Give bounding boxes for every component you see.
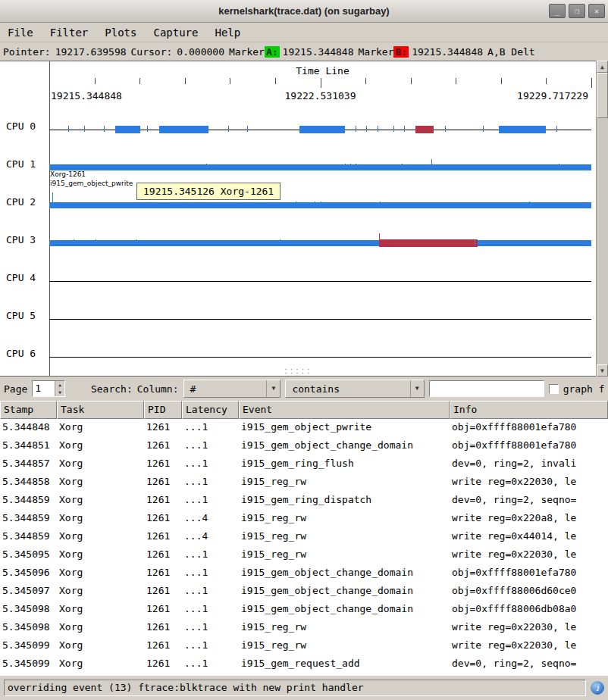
table-row[interactable]: 5.344857Xorg1261...1i915_gem_ring_flushd… xyxy=(0,455,608,473)
column-header-stamp[interactable]: Stamp xyxy=(0,401,57,419)
cpu-plot-5[interactable] xyxy=(49,292,591,330)
menu-capture[interactable]: Capture xyxy=(152,25,199,40)
search-input[interactable] xyxy=(429,380,544,397)
column-select-value: # xyxy=(184,383,267,395)
cpu-plot-4[interactable] xyxy=(49,255,591,292)
event-tick[interactable] xyxy=(315,202,315,208)
event-tick[interactable] xyxy=(402,164,403,170)
event-tick[interactable] xyxy=(559,164,559,170)
column-header-task[interactable]: Task xyxy=(57,401,144,419)
spin-down-icon[interactable]: ▼ xyxy=(55,389,64,396)
close-icon[interactable]: ✕ xyxy=(588,4,605,18)
event-tick[interactable] xyxy=(84,126,85,132)
page-value[interactable]: 1 xyxy=(33,381,55,396)
spin-up-icon[interactable]: ▲ xyxy=(55,381,64,389)
marker-a-badge[interactable]: A: xyxy=(265,46,280,58)
match-select[interactable]: contains ▼ xyxy=(285,380,424,398)
task-bar[interactable] xyxy=(159,126,208,133)
spinner-arrows[interactable]: ▲ ▼ xyxy=(55,381,64,396)
event-tick[interactable] xyxy=(206,164,207,170)
table-row[interactable]: 5.345096Xorg1261...1i915_gem_object_chan… xyxy=(0,564,608,583)
event-tick[interactable] xyxy=(431,159,432,170)
task-bar[interactable] xyxy=(299,126,344,133)
menu-filter[interactable]: Filter xyxy=(49,25,90,40)
event-tick[interactable] xyxy=(96,239,96,245)
scrollbar-thumb[interactable] xyxy=(597,73,608,118)
table-row[interactable]: 5.344858Xorg1261...1i915_reg_rwwrite reg… xyxy=(0,473,608,492)
page-spinner[interactable]: 1 ▲ ▼ xyxy=(32,380,65,397)
column-header-event[interactable]: Event xyxy=(239,401,450,419)
event-tick[interactable] xyxy=(529,202,530,208)
scroll-up-icon[interactable]: ▲ xyxy=(597,61,608,73)
column-select[interactable]: # ▼ xyxy=(183,380,281,398)
event-tick[interactable] xyxy=(345,164,346,170)
event-tick[interactable] xyxy=(356,126,356,132)
titlebar: kernelshark(trace.dat) (on sugarbay) _ ❐… xyxy=(0,0,608,23)
graph-scrollbar[interactable]: ▲ ▼ xyxy=(596,61,608,377)
event-tick[interactable] xyxy=(228,126,229,132)
event-tick[interactable] xyxy=(483,126,484,132)
table-cell: ...1 xyxy=(182,546,239,564)
table-row[interactable]: 5.345099Xorg1261...1i915_reg_rwwrite reg… xyxy=(0,637,608,655)
chevron-down-icon[interactable]: ▼ xyxy=(266,380,280,397)
cpu-plot-1[interactable] xyxy=(49,141,591,179)
event-tick[interactable] xyxy=(321,202,321,208)
event-tick[interactable] xyxy=(475,239,475,245)
search-label: Search: xyxy=(91,383,133,395)
event-tick[interactable] xyxy=(445,126,446,132)
info-icon[interactable]: i xyxy=(591,681,604,695)
task-bar[interactable] xyxy=(115,126,140,133)
event-tick[interactable] xyxy=(379,233,380,245)
table-cell: ...1 xyxy=(182,601,239,619)
table-row[interactable]: 5.344859Xorg1261...4i915_reg_rwwrite reg… xyxy=(0,510,608,528)
event-tick[interactable] xyxy=(356,164,356,170)
event-tick[interactable] xyxy=(68,126,69,132)
task-bar[interactable] xyxy=(499,126,546,133)
event-tick[interactable] xyxy=(350,164,351,170)
table-row[interactable]: 5.345095Xorg1261...1i915_reg_rwwrite reg… xyxy=(0,546,608,564)
marker-b-badge[interactable]: B: xyxy=(393,46,409,58)
event-tick[interactable] xyxy=(296,202,296,208)
event-tick[interactable] xyxy=(136,239,136,245)
column-header-info[interactable]: Info xyxy=(450,401,608,419)
event-tick[interactable] xyxy=(380,202,381,208)
menu-file[interactable]: File xyxy=(6,25,35,40)
event-tick[interactable] xyxy=(393,126,394,132)
pane-resize-handle[interactable]: ·········· xyxy=(284,368,312,376)
table-row[interactable]: 5.344848Xorg1261...1i915_gem_object_pwri… xyxy=(0,419,608,437)
graph-follow-checkbox[interactable] xyxy=(549,384,559,394)
menu-plots[interactable]: Plots xyxy=(103,25,138,40)
event-tick[interactable] xyxy=(378,126,378,132)
table-row[interactable]: 5.345097Xorg1261...1i915_gem_object_chan… xyxy=(0,583,608,601)
task-bar[interactable] xyxy=(379,239,478,247)
table-row[interactable]: 5.345099Xorg1261...1i915_gem_request_add… xyxy=(0,655,608,673)
table-cell: Xorg xyxy=(57,655,144,673)
table-row[interactable]: 5.345098Xorg1261...1i915_reg_rwwrite reg… xyxy=(0,619,608,637)
table-row[interactable]: 5.344859Xorg1261...1i915_gem_ring_dispat… xyxy=(0,492,608,510)
event-tick[interactable] xyxy=(52,192,53,208)
cpu-plot-0[interactable] xyxy=(49,103,591,141)
table-row[interactable]: 5.344859Xorg1261...4i915_reg_rwwrite reg… xyxy=(0,528,608,546)
event-tick[interactable] xyxy=(104,126,105,132)
table-row[interactable]: 5.345098Xorg1261...1i915_gem_object_chan… xyxy=(0,601,608,619)
menu-help[interactable]: Help xyxy=(213,25,242,40)
event-tick[interactable] xyxy=(280,239,280,245)
scrollbar-track[interactable] xyxy=(597,73,608,364)
column-header-pid[interactable]: PID xyxy=(144,401,182,419)
column-header-latency[interactable]: Latency xyxy=(182,401,239,419)
cpu-plot-3[interactable] xyxy=(49,217,591,255)
table-row[interactable]: 5.344851Xorg1261...1i915_gem_object_chan… xyxy=(0,437,608,455)
cpu-plot-6[interactable] xyxy=(49,330,591,368)
timeline-canvas[interactable]: Time Line 19215.344848 19222.531039 1922… xyxy=(0,61,596,377)
event-tick[interactable] xyxy=(74,239,74,245)
maximize-icon[interactable]: ❐ xyxy=(569,4,585,18)
event-tick[interactable] xyxy=(556,126,557,132)
event-tick[interactable] xyxy=(247,126,248,132)
chevron-down-icon[interactable]: ▼ xyxy=(410,380,424,397)
task-bar[interactable] xyxy=(415,126,434,133)
minimize-icon[interactable]: _ xyxy=(549,4,566,18)
event-tick[interactable] xyxy=(366,126,367,132)
event-tick[interactable] xyxy=(147,126,148,132)
event-tick[interactable] xyxy=(404,126,405,132)
scroll-down-icon[interactable]: ▼ xyxy=(597,364,608,377)
